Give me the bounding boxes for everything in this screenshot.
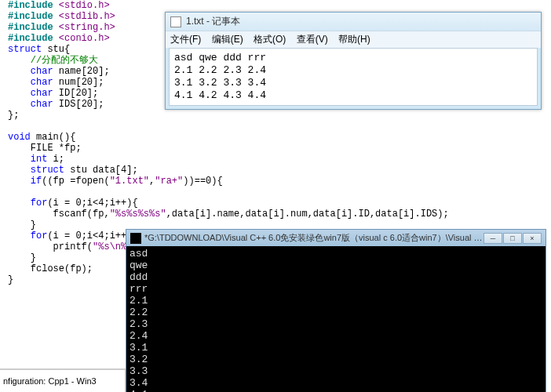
output-panel: nfiguration: Cpp1 - Win3 [0, 368, 126, 392]
menu-help[interactable]: 帮助(H) [338, 34, 370, 45]
console-titlebar[interactable]: *G:\TDDOWNLOAD\Visual C++ 6.0免安装绿色win7版（… [126, 230, 546, 246]
menu-edit[interactable]: 编辑(E) [212, 34, 243, 45]
menu-format[interactable]: 格式(O) [254, 34, 286, 45]
console-title: *G:\TDDOWNLOAD\Visual C++ 6.0免安装绿色win7版（… [144, 232, 483, 244]
maximize-button[interactable]: □ [503, 233, 522, 244]
notepad-menu: 文件(F) 编辑(E) 格式(O) 查看(V) 帮助(H) [166, 31, 541, 48]
console-window: *G:\TDDOWNLOAD\Visual C++ 6.0免安装绿色win7版（… [126, 229, 546, 392]
minimize-button[interactable]: ─ [483, 233, 502, 244]
close-button[interactable]: × [523, 233, 542, 244]
notepad-content[interactable]: asd qwe ddd rrr 2.1 2.2 2.3 2.4 3.1 3.2 … [169, 48, 538, 106]
notepad-icon [170, 16, 181, 27]
menu-view[interactable]: 查看(V) [297, 34, 328, 45]
notepad-titlebar[interactable]: 1.txt - 记事本 [166, 13, 541, 31]
config-text: nfiguration: Cpp1 - Win3 [0, 376, 100, 386]
console-output: asd qwe ddd rrr 2.1 2.2 2.3 2.4 3.1 3.2 … [126, 246, 546, 392]
notepad-window: 1.txt - 记事本 文件(F) 编辑(E) 格式(O) 查看(V) 帮助(H… [165, 12, 542, 110]
notepad-title: 1.txt - 记事本 [186, 15, 240, 28]
console-icon [130, 233, 141, 244]
menu-file[interactable]: 文件(F) [170, 34, 201, 45]
